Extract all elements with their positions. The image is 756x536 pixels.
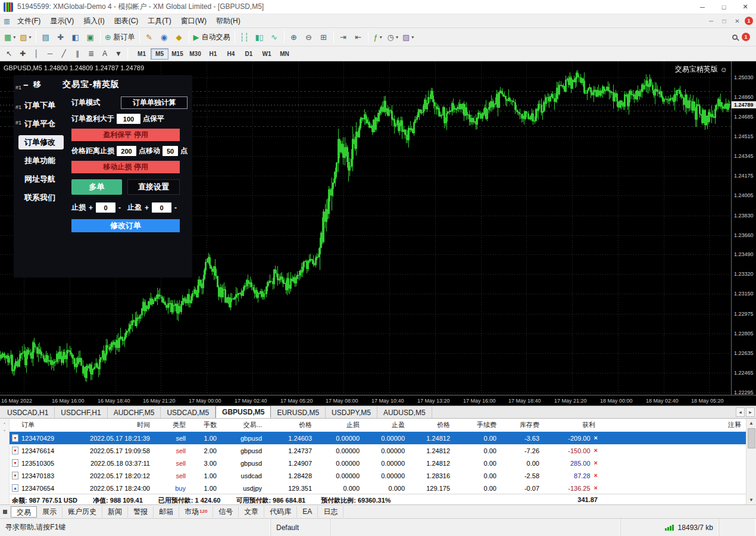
close-order-button[interactable]: ×	[594, 447, 598, 454]
timeframe-w1[interactable]: W1	[258, 48, 276, 60]
status-profile[interactable]: Default	[271, 519, 330, 536]
tile-windows-button[interactable]: ⊞	[317, 30, 331, 44]
templates-button[interactable]: ▨▾	[401, 30, 416, 44]
new-chart-button[interactable]: ▦▾	[2, 30, 17, 44]
tp-plus-button[interactable]: +	[145, 204, 149, 212]
order-row[interactable]: ▼1234704292022.05.17 18:21:39sell1.00gbp…	[10, 432, 746, 444]
chart-tab-gbpusd-m5[interactable]: GBPUSD,M5	[215, 406, 271, 418]
chart-tab-usdcad-h1[interactable]: USDCAD,H1	[1, 407, 55, 418]
menu-charts[interactable]: 图表(C)	[110, 14, 143, 28]
menu-window[interactable]: 窗口(W)	[176, 14, 211, 28]
terminal-tab-experts[interactable]: EA	[297, 506, 318, 518]
panel-menu-modify-order[interactable]: 订单修改	[18, 135, 64, 149]
menu-view[interactable]: 显示(V)	[45, 14, 79, 28]
trendline-tool[interactable]: ╱	[57, 48, 70, 60]
indicators-dropdown-arrow[interactable]: ▾	[380, 35, 382, 40]
terminal-tab-exposure[interactable]: 展示	[37, 506, 63, 518]
equidistant-channel-tool[interactable]: ∥	[71, 48, 84, 60]
arrow-objects-tool[interactable]: ▼	[112, 48, 125, 60]
terminal-tab-market[interactable]: 市场120	[179, 506, 213, 518]
text-tool[interactable]: A	[98, 48, 111, 60]
templates-dropdown-arrow[interactable]: ▾	[411, 35, 414, 40]
timeframe-m15[interactable]: M15	[168, 48, 186, 60]
terminal-tab-news[interactable]: 新闻	[102, 506, 128, 518]
panel-menu-place-order[interactable]: 订单下单	[18, 98, 64, 113]
col-swap[interactable]: 库存费	[501, 420, 544, 429]
cursor-tool[interactable]: ↖	[2, 48, 15, 60]
indicators-button[interactable]: ƒ▾	[371, 30, 385, 44]
timeframe-m1[interactable]: M1	[133, 48, 151, 60]
breakeven-toggle-button[interactable]: 盈利保平 停用	[71, 129, 180, 141]
terminal-tab-trade[interactable]: 交易	[11, 506, 37, 518]
zoom-in-button[interactable]: ⊕	[287, 30, 301, 44]
panel-menu-pending-order[interactable]: 挂单功能	[18, 154, 64, 168]
timeframe-h1[interactable]: H1	[204, 48, 222, 60]
panel-menu-close-order[interactable]: 订单平仓	[18, 117, 64, 131]
col-type[interactable]: 类型	[155, 420, 190, 429]
close-button[interactable]: ✕	[735, 0, 756, 14]
trailing-toggle-button[interactable]: 移动止损 停用	[71, 161, 180, 173]
line-chart-button[interactable]: ∿	[267, 30, 282, 44]
direct-set-button[interactable]: 直接设置	[127, 179, 180, 195]
breakeven-points-input[interactable]	[117, 114, 140, 124]
sl-minus-button[interactable]: -	[118, 204, 121, 212]
terminal-scrollbar[interactable]: ▲ ▼	[746, 419, 756, 504]
toolbar-notification-badge[interactable]: 1	[742, 33, 750, 41]
terminal-tab-alerts[interactable]: 警报	[128, 506, 154, 518]
mql5-community-button[interactable]: ◉	[157, 30, 171, 44]
timeframe-d1[interactable]: D1	[240, 48, 258, 60]
new-chart-dropdown-arrow[interactable]: ▾	[13, 35, 15, 40]
chart-tab-eurusd-m5[interactable]: EURUSD,M5	[271, 407, 326, 418]
new-order-button[interactable]: ⊕新订单	[103, 30, 137, 44]
menu-help[interactable]: 帮助(H)	[211, 14, 245, 28]
tp-input[interactable]	[152, 202, 171, 213]
panel-menu-contact-us[interactable]: 联系我们	[18, 191, 64, 205]
col-tp[interactable]: 止盈	[364, 420, 410, 429]
market-watch-button[interactable]: ▤	[39, 30, 53, 44]
panel-menu-web-links[interactable]: 网址导航	[18, 172, 64, 186]
col-time[interactable]: 时间	[65, 420, 155, 429]
trailing-step-input[interactable]	[163, 146, 178, 156]
search-icon[interactable]	[732, 35, 738, 40]
direction-button[interactable]: 多单	[71, 179, 122, 195]
minimize-button[interactable]: ─	[692, 0, 713, 14]
menu-tools[interactable]: 工具(T)	[143, 14, 176, 28]
tp-minus-button[interactable]: -	[174, 204, 177, 212]
col-sl[interactable]: 止损	[317, 420, 364, 429]
col-profit[interactable]: 获利	[544, 420, 600, 429]
chart-tab-usdcad-m5[interactable]: USDCAD,M5	[161, 407, 215, 418]
close-order-button[interactable]: ×	[594, 435, 598, 441]
timeframe-mn[interactable]: MN	[276, 48, 293, 60]
scrollbar-thumb[interactable]	[748, 428, 755, 448]
col-lots[interactable]: 手数	[190, 420, 221, 429]
horizontal-line-tool[interactable]: ─	[43, 48, 57, 60]
auto-scroll-button[interactable]: ⇥	[336, 30, 351, 44]
crosshair-tool[interactable]: ✚	[16, 48, 29, 60]
col-commission[interactable]: 手续费	[455, 420, 501, 429]
time-axis[interactable]: 16 May 202216 May 16:0016 May 18:4016 Ma…	[0, 395, 756, 406]
tabs-scroll-left-button[interactable]: ◂	[736, 407, 745, 417]
vertical-line-tool[interactable]: │	[30, 48, 43, 60]
periods-button[interactable]: ◷▾	[386, 30, 400, 44]
child-minimize-button[interactable]: ─	[705, 18, 717, 24]
candlestick-chart-button[interactable]: ▮▯	[252, 30, 267, 44]
sl-input[interactable]	[96, 202, 115, 213]
terminal-tab-journal[interactable]: 日志	[318, 506, 343, 518]
col-symbol[interactable]: 交易...	[221, 420, 267, 429]
col-order[interactable]: 订单	[10, 420, 65, 429]
terminal-tab-articles[interactable]: 文章	[239, 506, 264, 518]
zoom-out-button[interactable]: ⊖	[302, 30, 316, 44]
timeframe-h4[interactable]: H4	[222, 48, 240, 60]
data-window-button[interactable]: ✚	[54, 30, 68, 44]
metaeditor-button[interactable]: ✎	[142, 30, 157, 44]
market-button[interactable]: ◆	[172, 30, 186, 44]
menu-file[interactable]: 文件(F)	[13, 14, 45, 28]
order-row[interactable]: ▼1234701832022.05.17 18:20:12sell1.00usd…	[10, 469, 746, 482]
panel-move-handle[interactable]: 移	[33, 79, 41, 90]
chart-tab-usdjpy-m5[interactable]: USDJPY,M5	[326, 407, 377, 418]
order-row[interactable]: ▲1234706542022.05.17 18:24:00buy1.00usdj…	[10, 482, 746, 494]
profiles-button[interactable]: ▧▾	[18, 30, 33, 44]
terminal-tab-account-history[interactable]: 账户历史	[63, 506, 102, 518]
child-close-button[interactable]: ✕	[732, 18, 743, 24]
order-row[interactable]: ▼1235103052022.05.18 03:37:11sell3.00gbp…	[10, 457, 746, 469]
